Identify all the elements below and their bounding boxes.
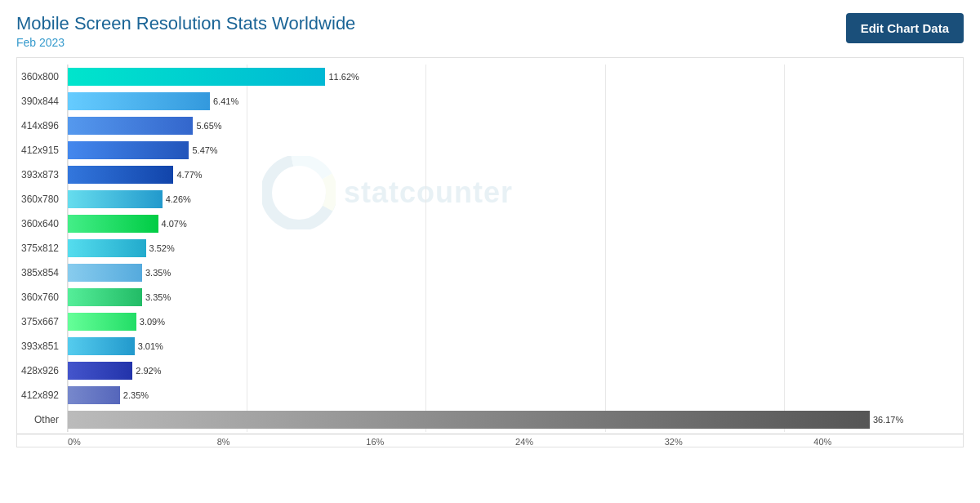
bar	[68, 313, 136, 331]
chart-title: Mobile Screen Resolution Stats Worldwide	[16, 13, 355, 34]
bar-value-label: 36.17%	[873, 415, 903, 425]
bar-wrap: 4.07%	[68, 215, 955, 233]
bar	[68, 264, 142, 282]
y-label: 414x896	[17, 114, 64, 138]
y-label: 390x844	[17, 89, 64, 114]
x-tick: 24%	[515, 434, 665, 447]
bar-wrap: 11.62%	[68, 68, 955, 86]
bar-wrap: 3.01%	[68, 337, 955, 355]
bar-row: 4.07%	[68, 211, 955, 236]
y-label: 393x851	[17, 334, 64, 358]
page-container: Mobile Screen Resolution Stats Worldwide…	[0, 0, 980, 503]
y-label: 360x640	[17, 211, 64, 236]
chart-body: 360x800390x844414x896412x915393x873360x7…	[17, 65, 963, 432]
chart-area: statcounter 360x800390x844414x896412x915…	[16, 57, 964, 447]
bar-row: 36.17%	[68, 407, 955, 432]
bar-wrap: 5.47%	[68, 141, 955, 159]
bar-row: 4.77%	[68, 162, 955, 187]
y-label: Other	[17, 407, 64, 432]
bar-wrap: 6.41%	[68, 92, 955, 110]
bar-wrap: 2.92%	[68, 362, 955, 380]
bar	[68, 190, 163, 208]
bar	[68, 215, 158, 233]
y-label: 360x760	[17, 285, 64, 309]
bar-row: 3.35%	[68, 285, 955, 309]
bar	[68, 92, 210, 110]
bar-row: 6.41%	[68, 89, 955, 114]
y-label: 360x780	[17, 187, 64, 211]
bar-wrap: 3.09%	[68, 313, 955, 331]
x-tick: 8%	[217, 434, 367, 447]
bar-value-label: 2.35%	[123, 390, 149, 400]
bar	[68, 68, 325, 86]
y-label: 360x800	[17, 65, 64, 89]
bar-row: 3.35%	[68, 260, 955, 285]
x-axis: 0%8%16%24%32%40%	[17, 434, 963, 447]
bar-wrap: 4.26%	[68, 190, 955, 208]
y-label: 412x892	[17, 383, 64, 407]
bar	[68, 288, 142, 306]
chart-subtitle: Feb 2023	[16, 36, 355, 49]
x-tick: 32%	[665, 434, 814, 447]
bar-row: 3.09%	[68, 309, 955, 334]
x-tick: 0%	[68, 434, 217, 447]
y-label: 428x926	[17, 358, 64, 383]
bar-wrap: 3.52%	[68, 239, 955, 257]
bar-row: 3.01%	[68, 334, 955, 358]
y-label: 393x873	[17, 162, 64, 187]
bar	[68, 117, 193, 135]
bar-value-label: 3.01%	[138, 341, 163, 351]
bar-value-label: 6.41%	[213, 96, 238, 106]
bar-value-label: 11.62%	[328, 72, 359, 82]
title-block: Mobile Screen Resolution Stats Worldwide…	[16, 13, 355, 49]
bar-wrap: 3.35%	[68, 288, 955, 306]
bar-value-label: 5.47%	[192, 145, 217, 155]
header: Mobile Screen Resolution Stats Worldwide…	[16, 13, 964, 49]
bar-value-label: 3.52%	[149, 243, 175, 253]
bar	[68, 386, 120, 404]
bar	[68, 166, 173, 184]
bar-value-label: 3.35%	[145, 268, 171, 278]
bar	[68, 411, 870, 429]
y-label: 375x667	[17, 309, 64, 334]
bar-value-label: 4.26%	[166, 194, 191, 204]
bar	[68, 337, 135, 355]
bar-wrap: 2.35%	[68, 386, 955, 404]
bars-area: 11.62%6.41%5.65%5.47%4.77%4.26%4.07%3.52…	[68, 65, 963, 432]
bar-value-label: 4.77%	[176, 170, 202, 180]
bar-wrap: 3.35%	[68, 264, 955, 282]
bar-wrap: 5.65%	[68, 117, 955, 135]
bar-row: 2.92%	[68, 358, 955, 383]
bar-value-label: 2.92%	[136, 366, 161, 376]
y-label: 412x915	[17, 138, 64, 162]
bar-row: 2.35%	[68, 383, 955, 407]
bar-rows: 11.62%6.41%5.65%5.47%4.77%4.26%4.07%3.52…	[68, 65, 955, 432]
bar	[68, 141, 189, 159]
bar	[68, 362, 132, 380]
bar-row: 11.62%	[68, 65, 955, 89]
bar-wrap: 4.77%	[68, 166, 955, 184]
bar	[68, 239, 146, 257]
x-tick: 16%	[366, 434, 515, 447]
bar-value-label: 3.09%	[140, 317, 165, 327]
edit-chart-data-button[interactable]: Edit Chart Data	[846, 13, 964, 43]
bar-row: 4.26%	[68, 187, 955, 211]
y-axis-labels: 360x800390x844414x896412x915393x873360x7…	[17, 65, 68, 432]
y-label: 385x854	[17, 260, 64, 285]
bar-row: 5.47%	[68, 138, 955, 162]
y-label: 375x812	[17, 236, 64, 260]
bar-value-label: 4.07%	[162, 219, 187, 229]
bar-wrap: 36.17%	[68, 411, 955, 429]
bar-value-label: 5.65%	[196, 121, 221, 131]
bar-value-label: 3.35%	[145, 292, 171, 302]
bar-row: 3.52%	[68, 236, 955, 260]
bar-row: 5.65%	[68, 114, 955, 138]
x-tick: 40%	[813, 434, 963, 447]
